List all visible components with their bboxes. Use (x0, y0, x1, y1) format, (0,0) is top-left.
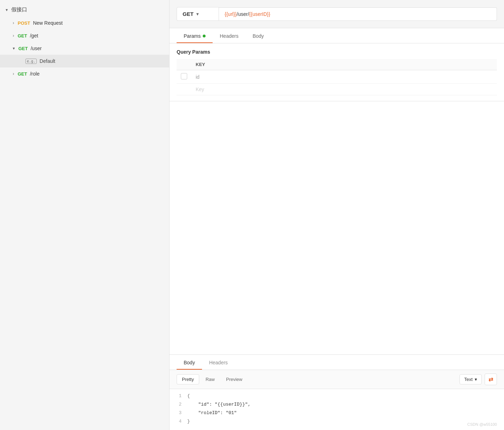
code-editor[interactable]: 1 { 2 "id": "{{userID}}", 3 "roleID": "0… (170, 389, 504, 430)
tab-params-label: Params (184, 33, 201, 39)
watermark: CSDN @w55100 (467, 422, 497, 426)
sidebar-item-name: New Request (33, 20, 63, 26)
sub-item-label: Default (40, 58, 55, 64)
sidebar-item-name: /user (31, 46, 42, 51)
sidebar-section-title: 假接口 (11, 6, 27, 13)
response-tab-body[interactable]: Body (177, 355, 202, 370)
sidebar: ▾ 假接口 › POST New Request › GET /get ▾ GE… (0, 0, 170, 430)
example-icon: e.g. (25, 59, 37, 64)
tab-headers[interactable]: Headers (213, 28, 245, 43)
row-key-placeholder[interactable]: Key (191, 84, 497, 95)
response-tabs: Body Headers (170, 355, 504, 370)
selected-method: GET (183, 11, 194, 17)
method-badge-get: GET (18, 71, 27, 77)
main-content: GET ▾ {{url}}/user/{{userID}} Params Hea… (170, 0, 504, 430)
tab-body-label: Body (253, 33, 264, 39)
line-number: 1 (170, 393, 187, 399)
code-line-4: 4 } (170, 418, 504, 426)
chevron-right-icon: › (13, 71, 14, 76)
url-display[interactable]: {{url}}/user/{{userID}} (219, 7, 497, 21)
request-tabs: Params Headers Body (170, 28, 504, 43)
code-line-2: 2 "id": "{{userID}}", (170, 401, 504, 410)
code-line-1: 1 { (170, 393, 504, 401)
method-selector[interactable]: GET ▾ (177, 7, 219, 21)
row-key-cell[interactable]: id (191, 70, 497, 84)
sidebar-section-header[interactable]: ▾ 假接口 (0, 3, 169, 17)
response-body-label: Body (184, 360, 195, 365)
text-format-dropdown-icon: ▾ (475, 377, 477, 382)
response-tab-headers[interactable]: Headers (202, 355, 235, 370)
format-btn-preview[interactable]: Preview (221, 375, 247, 384)
line-content: "id": "{{userID}}", (187, 401, 504, 407)
params-key-header: KEY (191, 59, 497, 70)
format-bar: Pretty Raw Preview Text ▾ ⇄ (170, 370, 504, 389)
response-section: Body Headers Pretty Raw Preview Text ▾ ⇄ (170, 354, 504, 430)
line-content: } (187, 418, 504, 424)
sidebar-item-post-new-request[interactable]: › POST New Request (0, 17, 169, 29)
sidebar-item-get-get[interactable]: › GET /get (0, 29, 169, 42)
query-params-title: Query Params (177, 49, 497, 55)
line-number: 4 (170, 418, 187, 424)
format-btn-pretty[interactable]: Pretty (177, 374, 199, 384)
chevron-right-icon: › (13, 20, 14, 25)
sidebar-item-name: /role (30, 71, 40, 77)
params-table: KEY id Key (177, 59, 497, 95)
params-active-dot (203, 35, 206, 37)
tab-headers-label: Headers (220, 33, 238, 39)
row-checkbox-cell (177, 84, 191, 95)
code-line-3: 3 "roleID": "01" (170, 410, 504, 418)
method-badge-get: GET (18, 33, 27, 38)
method-badge-get: GET (18, 46, 28, 51)
method-badge-post: POST (18, 20, 30, 26)
chevron-down-icon: ▾ (13, 46, 15, 51)
sidebar-item-get-user[interactable]: ▾ GET /user (0, 42, 169, 55)
text-format-label: Text (464, 377, 473, 382)
url-part-template-end: {{userID}} (249, 11, 270, 17)
table-row: id (177, 70, 497, 84)
wrap-icon: ⇄ (488, 376, 493, 383)
sidebar-item-name: /get (30, 33, 38, 38)
line-number: 2 (170, 401, 187, 407)
text-format-selector[interactable]: Text ▾ (459, 374, 482, 384)
row-checkbox[interactable] (181, 73, 187, 79)
row-checkbox-cell (177, 70, 191, 84)
response-headers-label: Headers (209, 360, 228, 365)
method-dropdown-arrow: ▾ (196, 12, 198, 17)
tab-body[interactable]: Body (245, 28, 271, 43)
url-part-template-start: {{url}} (225, 11, 237, 17)
sidebar-sub-item-default[interactable]: e.g. Default (0, 55, 169, 67)
sidebar-item-get-role[interactable]: › GET /role (0, 67, 169, 80)
format-btn-raw[interactable]: Raw (201, 375, 220, 384)
chevron-right-icon: › (13, 33, 14, 38)
url-bar: GET ▾ {{url}}/user/{{userID}} (170, 0, 504, 28)
wrap-button[interactable]: ⇄ (485, 374, 497, 385)
line-number: 3 (170, 410, 187, 416)
chevron-down-icon: ▾ (6, 7, 8, 12)
line-content: "roleID": "01" (187, 410, 504, 416)
table-row: Key (177, 84, 497, 95)
empty-area (170, 101, 504, 354)
query-params-section: Query Params KEY id Key (170, 43, 504, 101)
url-part-path: /user/ (237, 11, 249, 17)
line-content: { (187, 393, 504, 399)
params-checkbox-header (177, 59, 191, 70)
tab-params[interactable]: Params (177, 28, 213, 43)
